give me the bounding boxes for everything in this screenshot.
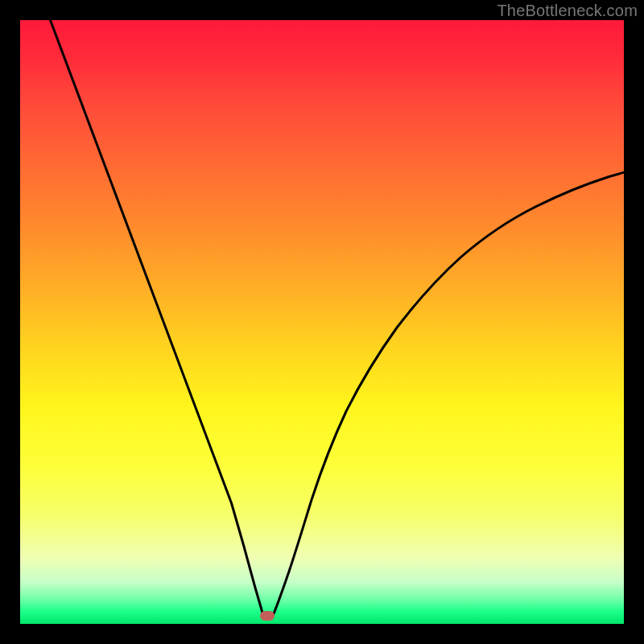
watermark-text: TheBottleneck.com (497, 2, 638, 20)
bottleneck-curve (20, 20, 624, 624)
plot-area (20, 20, 624, 624)
curve-right-branch (273, 172, 624, 616)
chart-frame: TheBottleneck.com (0, 0, 644, 644)
optimal-marker (260, 611, 275, 621)
curve-left-branch (51, 20, 274, 617)
